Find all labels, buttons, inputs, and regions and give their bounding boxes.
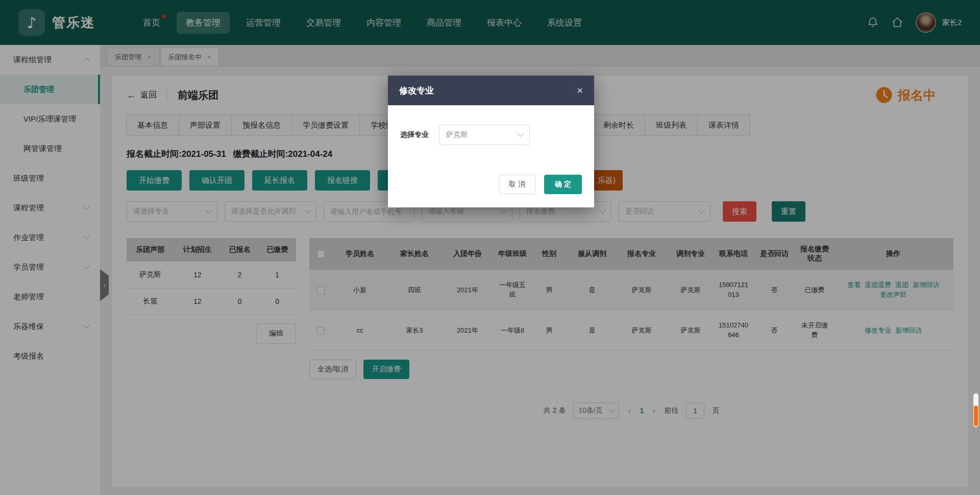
major-dropdown[interactable]: 萨克斯 [439, 125, 530, 145]
close-icon[interactable]: × [577, 85, 583, 97]
select-major-label: 选择专业 [400, 130, 429, 139]
chevron-down-icon [517, 130, 524, 137]
modal-mask [0, 0, 980, 495]
app-root: ♪ 管乐迷 首页 教务管理 运营管理 交易管理 内容管理 商品管理 报表中心 系… [0, 0, 980, 495]
modal-title: 修改专业 [399, 85, 434, 97]
page-scrollbar [973, 393, 978, 427]
cancel-button[interactable]: 取 消 [499, 175, 535, 194]
modal-header: 修改专业 × [388, 76, 594, 105]
modal-body: 选择专业 萨克斯 [388, 105, 594, 145]
scrollbar-thumb[interactable] [974, 406, 978, 426]
modal-footer: 取 消 确 定 [388, 145, 594, 207]
modify-major-modal: 修改专业 × 选择专业 萨克斯 取 消 确 定 [388, 76, 594, 207]
confirm-button[interactable]: 确 定 [544, 175, 582, 194]
